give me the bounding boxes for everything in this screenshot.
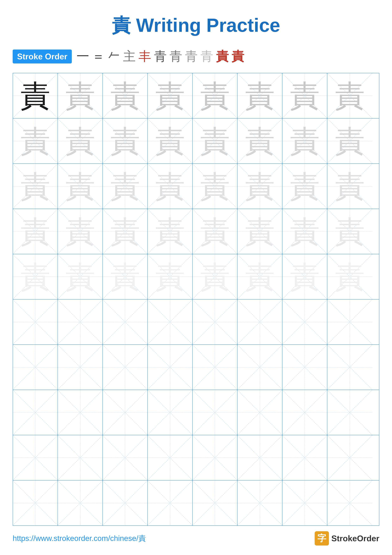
grid-cell-7-2[interactable] <box>58 345 103 390</box>
svg-line-108 <box>282 345 327 389</box>
svg-line-134 <box>148 435 192 480</box>
footer: https://www.strokeorder.com/chinese/責 字 … <box>0 531 392 546</box>
svg-line-149 <box>103 481 147 525</box>
svg-line-106 <box>237 345 282 389</box>
grid-cell-9-7[interactable] <box>282 435 327 480</box>
grid-cell-5-1: 責 <box>13 254 58 299</box>
grid-cell-7-3[interactable] <box>103 345 148 390</box>
svg-line-109 <box>282 345 327 389</box>
svg-line-102 <box>148 345 192 389</box>
stroke-char-7: 青 <box>170 48 182 65</box>
footer-url-link[interactable]: https://www.strokeorder.com/chinese/責 <box>13 533 146 543</box>
grid-cell-9-5[interactable] <box>192 435 237 480</box>
svg-line-144 <box>13 481 57 525</box>
grid-cell-6-6[interactable] <box>237 299 282 344</box>
grid-cell-3-6: 責 <box>237 164 282 209</box>
svg-line-155 <box>237 481 282 525</box>
grid-cell-8-5[interactable] <box>192 390 237 435</box>
svg-line-143 <box>327 435 372 480</box>
svg-line-105 <box>192 345 237 389</box>
svg-line-122 <box>237 390 282 435</box>
grid-row-10 <box>13 481 379 526</box>
grid-cell-10-5[interactable] <box>192 481 237 526</box>
grid-cell-6-7[interactable] <box>282 299 327 344</box>
grid-cell-10-7[interactable] <box>282 481 327 526</box>
grid-cell-8-8[interactable] <box>327 390 372 435</box>
grid-cell-9-2[interactable] <box>58 435 103 480</box>
svg-line-130 <box>58 435 102 480</box>
grid-cell-3-5: 責 <box>192 164 237 209</box>
grid-cell-3-1: 責 <box>13 164 58 209</box>
svg-line-98 <box>58 345 102 389</box>
grid-cell-5-4: 責 <box>148 254 192 299</box>
svg-line-147 <box>58 481 102 525</box>
stroke-char-3: 𠂉 <box>107 49 120 64</box>
grid-row-8 <box>13 390 379 435</box>
title-text: Writing Practice <box>136 15 280 36</box>
stroke-order-section: Stroke Order 一 ＝ 𠂉 主 丰 青 青 青 青 責 責 <box>0 45 392 68</box>
svg-line-132 <box>103 435 147 480</box>
footer-logo-icon: 字 <box>315 531 329 546</box>
svg-line-129 <box>13 435 57 480</box>
grid-cell-8-4[interactable] <box>148 390 192 435</box>
svg-line-153 <box>192 481 237 525</box>
footer-logo-text: StrokeOrder <box>331 534 379 543</box>
svg-line-86 <box>148 300 192 344</box>
grid-cell-7-4[interactable] <box>148 345 192 390</box>
grid-cell-6-1[interactable] <box>13 299 58 344</box>
grid-cell-9-1[interactable] <box>13 435 58 480</box>
grid-cell-6-4[interactable] <box>148 299 192 344</box>
grid-cell-8-6[interactable] <box>237 390 282 435</box>
grid-cell-9-4[interactable] <box>148 435 192 480</box>
practice-char-trace: 責 <box>110 81 140 111</box>
svg-line-148 <box>103 481 147 525</box>
grid-cell-7-6[interactable] <box>237 345 282 390</box>
grid-cell-7-5[interactable] <box>192 345 237 390</box>
grid-cell-6-3[interactable] <box>103 299 148 344</box>
svg-line-127 <box>327 390 372 435</box>
svg-line-140 <box>282 435 327 480</box>
grid-cell-9-3[interactable] <box>103 435 148 480</box>
svg-line-150 <box>148 481 192 525</box>
grid-cell-6-5[interactable] <box>192 299 237 344</box>
grid-cell-9-6[interactable] <box>237 435 282 480</box>
grid-cell-10-2[interactable] <box>58 481 103 526</box>
svg-line-110 <box>327 345 372 390</box>
grid-cell-7-1[interactable] <box>13 345 58 390</box>
grid-cell-7-7[interactable] <box>282 345 327 390</box>
grid-cell-6-2[interactable] <box>58 299 103 344</box>
svg-line-96 <box>13 345 57 389</box>
grid-cell-8-7[interactable] <box>282 390 327 435</box>
svg-line-100 <box>103 345 147 389</box>
grid-cell-9-8[interactable] <box>327 435 372 480</box>
grid-cell-10-1[interactable] <box>13 481 58 526</box>
svg-line-84 <box>103 300 147 344</box>
svg-line-137 <box>192 435 237 480</box>
grid-cell-6-8[interactable] <box>327 299 372 344</box>
grid-cell-8-3[interactable] <box>103 390 148 435</box>
grid-row-9 <box>13 435 379 481</box>
footer-logo-char: 字 <box>317 532 326 544</box>
grid-cell-10-6[interactable] <box>237 481 282 526</box>
grid-cell-2-4: 責 <box>148 118 192 163</box>
svg-line-99 <box>58 345 102 389</box>
svg-line-159 <box>327 481 372 526</box>
grid-cell-4-2: 責 <box>58 209 103 254</box>
stroke-char-10: 責 <box>216 48 229 65</box>
svg-line-114 <box>58 390 102 435</box>
grid-cell-10-8[interactable] <box>327 481 372 526</box>
svg-line-115 <box>58 390 102 435</box>
stroke-char-11: 責 <box>231 48 244 65</box>
grid-cell-1-4: 責 <box>148 73 192 118</box>
grid-cell-10-3[interactable] <box>103 481 148 526</box>
grid-cell-8-2[interactable] <box>58 390 103 435</box>
grid-cell-8-1[interactable] <box>13 390 58 435</box>
grid-cell-4-4: 責 <box>148 209 192 254</box>
grid-cell-7-8[interactable] <box>327 345 372 390</box>
svg-line-157 <box>282 481 327 525</box>
practice-char-trace: 責 <box>200 81 230 111</box>
grid-cell-10-4[interactable] <box>148 481 192 526</box>
svg-line-83 <box>58 300 102 344</box>
svg-line-151 <box>148 481 192 525</box>
stroke-order-badge: Stroke Order <box>13 50 72 63</box>
